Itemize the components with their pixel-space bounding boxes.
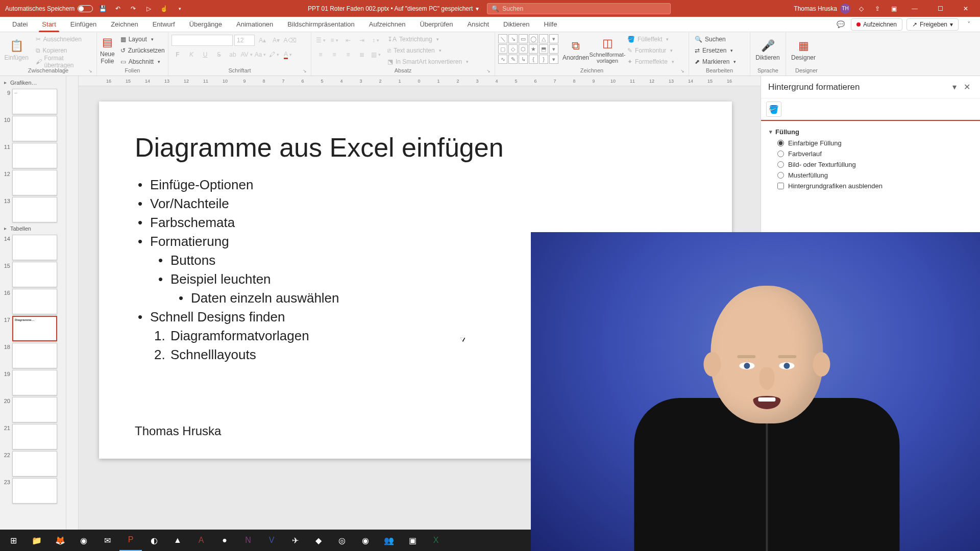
shape-triangle-icon[interactable]: △	[539, 34, 548, 43]
tab-praesentation[interactable]: Bildschirmpräsentation	[280, 17, 362, 32]
decrease-font-icon[interactable]: A▾	[270, 34, 282, 46]
hide-bg-graphics-check[interactable]: Hintergrundgrafiken ausblenden	[769, 181, 972, 191]
dialog-launcher-icon[interactable]: ↘	[680, 68, 684, 73]
slide-thumb-9[interactable]: …	[12, 89, 57, 114]
tab-uebergaenge[interactable]: Übergänge	[182, 17, 229, 32]
slide-thumb-11[interactable]	[12, 143, 57, 168]
font-family-input[interactable]	[172, 35, 233, 46]
tab-ueberpruefen[interactable]: Überprüfen	[412, 17, 460, 32]
fill-gradient-radio[interactable]: Farbverlauf	[769, 148, 972, 159]
shape-freeform-icon[interactable]: ✎	[508, 55, 518, 64]
tab-datei[interactable]: Datei	[5, 17, 35, 32]
slide-title[interactable]: Diagramme aus Excel einfügen	[135, 132, 696, 163]
tab-entwurf[interactable]: Entwurf	[145, 17, 182, 32]
autosave-toggle[interactable]: Automatisches Speichern	[5, 5, 93, 12]
shape-diamond-icon[interactable]: ◇	[508, 44, 518, 54]
columns-icon[interactable]: ▥	[370, 48, 382, 61]
new-slide-button[interactable]: ▤Neue Folie	[100, 34, 115, 66]
coming-soon-icon[interactable]: ◇	[855, 3, 867, 14]
taskbar-visio-icon[interactable]: V	[260, 530, 283, 551]
tab-zeichnen[interactable]: Zeichnen	[104, 17, 145, 32]
slide-thumb-13[interactable]	[12, 197, 57, 222]
taskbar-explorer-icon[interactable]: 📁	[26, 530, 48, 551]
maximize-button[interactable]: ☐	[930, 0, 950, 17]
taskbar-access-icon[interactable]: A	[190, 530, 212, 551]
slide-thumb-10[interactable]	[12, 116, 57, 141]
slide-thumb-19[interactable]	[12, 370, 57, 395]
collapse-ribbon-icon[interactable]: ˅	[963, 18, 975, 31]
taskbar-app4-icon[interactable]: ◉	[354, 530, 377, 551]
slide-thumb-18[interactable]	[12, 343, 57, 368]
taskbar-telegram-icon[interactable]: ✈	[284, 530, 306, 551]
align-left-icon[interactable]: ≡	[314, 48, 327, 61]
slide-thumb-21[interactable]	[12, 424, 57, 449]
layout-button[interactable]: ▦Layout	[118, 34, 167, 44]
align-text-button[interactable]: ⎚Text ausrichten	[385, 45, 471, 56]
find-button[interactable]: 🔍Suchen	[692, 34, 739, 44]
slide-thumb-14[interactable]	[12, 235, 57, 260]
shape-hex-icon[interactable]: ⬡	[519, 44, 528, 54]
shape-outline-button[interactable]: ✎Formkontur	[625, 45, 677, 56]
taskbar-app3-icon[interactable]: ◎	[331, 530, 353, 551]
strike-icon[interactable]: S̶	[213, 48, 225, 61]
slide-thumb-16[interactable]	[12, 289, 57, 314]
shape-line-icon[interactable]: ＼	[498, 34, 507, 43]
shape-star-icon[interactable]: ★	[529, 44, 538, 54]
tab-animationen[interactable]: Animationen	[229, 17, 280, 32]
comments-icon[interactable]: 💬	[835, 18, 847, 31]
taskbar-excel-icon[interactable]: X	[425, 530, 447, 551]
pane-close-icon[interactable]: ✕	[961, 81, 973, 93]
slide-thumb-15[interactable]	[12, 262, 57, 287]
reset-button[interactable]: ↺Zurücksetzen	[118, 45, 167, 56]
indent-dec-icon[interactable]: ⇤	[342, 34, 354, 46]
copy-button[interactable]: ⧉Kopieren	[33, 45, 94, 56]
section-button[interactable]: ▭Abschnitt	[118, 57, 167, 67]
save-icon[interactable]: 💾	[97, 3, 108, 14]
increase-font-icon[interactable]: A▴	[256, 34, 268, 46]
window-mode-icon[interactable]: ▣	[888, 3, 899, 14]
slide-thumb-23[interactable]	[12, 478, 57, 504]
taskbar-teams-icon[interactable]: 👥	[378, 530, 400, 551]
fill-picture-radio[interactable]: Bild- oder Texturfüllung	[769, 159, 972, 170]
quick-styles-button[interactable]: ◫Schnellformat- vorlagen	[593, 34, 622, 66]
shape-more-icon[interactable]: ▾	[549, 34, 558, 43]
replace-button[interactable]: ⇄Ersetzen	[692, 45, 739, 56]
taskbar-chrome-icon[interactable]: ◉	[72, 530, 95, 551]
taskbar-app2-icon[interactable]: ◆	[307, 530, 330, 551]
shape-rect-icon[interactable]: ▭	[519, 34, 528, 43]
paste-button[interactable]: 📋Einfügen	[3, 34, 30, 66]
undo-icon[interactable]: ↶	[112, 3, 124, 14]
thumbnail-scroll[interactable]: Grafiken… 9… 10 11 12 13 Tabellen 14 15 …	[0, 76, 66, 537]
shadow-icon[interactable]: ab	[227, 48, 239, 61]
touch-mode-icon[interactable]: ☝	[158, 3, 169, 14]
dictate-button[interactable]: 🎤Diktieren	[753, 34, 782, 66]
tab-start[interactable]: Start	[35, 17, 63, 32]
shape-connector-icon[interactable]: ↳	[519, 55, 528, 64]
smartart-button[interactable]: ⬔In SmartArt konvertieren	[385, 57, 471, 67]
italic-icon[interactable]: K	[185, 48, 198, 61]
section-grafiken[interactable]: Grafiken…	[1, 78, 63, 87]
indent-inc-icon[interactable]: ⇥	[356, 34, 368, 46]
taskbar-app5-icon[interactable]: ▣	[401, 530, 424, 551]
line-spacing-icon[interactable]: ↕	[370, 34, 382, 46]
redo-icon[interactable]: ↷	[128, 3, 139, 14]
font-color-icon[interactable]: A	[282, 48, 294, 61]
tab-ansicht[interactable]: Ansicht	[460, 17, 496, 32]
shape-brace2-icon[interactable]: }	[539, 55, 548, 64]
clear-format-icon[interactable]: A⌫	[284, 34, 296, 46]
slide-thumb-12[interactable]	[12, 170, 57, 195]
shapes-gallery[interactable]: ＼ ↘ ▭ ◯ △ ▾ ▢ ◇ ⬡ ★ ⬒ ▾ ∿ ✎ ↳ { } ▾	[498, 34, 558, 64]
cut-button[interactable]: ✂Ausschneiden	[33, 34, 94, 44]
shape-roundrect-icon[interactable]: ▢	[498, 44, 507, 54]
case-icon[interactable]: Aa	[254, 48, 266, 61]
qat-more-icon[interactable]	[174, 3, 185, 14]
arrange-button[interactable]: ⧉Anordnen	[561, 34, 590, 66]
dialog-launcher-icon[interactable]: ↘	[486, 68, 491, 73]
shape-callout-icon[interactable]: ⬒	[539, 44, 548, 54]
tab-einfuegen[interactable]: Einfügen	[63, 17, 104, 32]
share-button[interactable]: ↗Freigeben▾	[906, 18, 959, 31]
upload-icon[interactable]: ⇪	[872, 3, 883, 14]
taskbar-app-icon[interactable]: ●	[213, 530, 236, 551]
slide-thumb-20[interactable]	[12, 397, 57, 422]
fill-pattern-radio[interactable]: Musterfüllung	[769, 170, 972, 181]
